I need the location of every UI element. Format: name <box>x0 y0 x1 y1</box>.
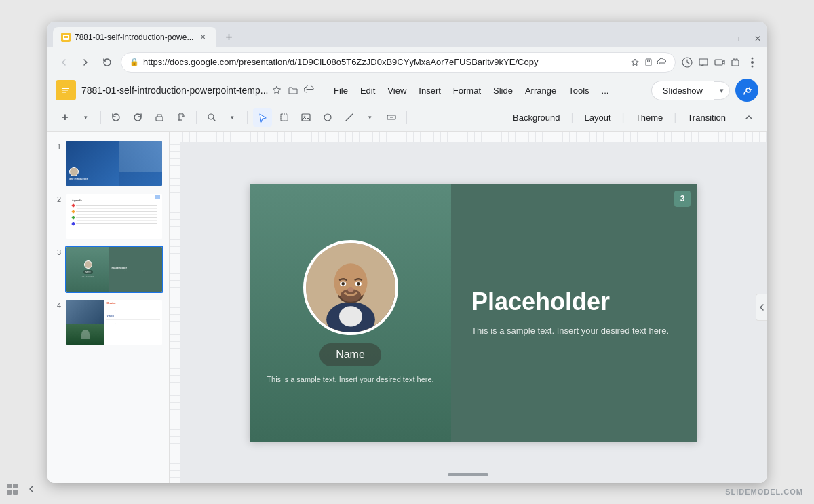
menu-file[interactable]: File <box>328 83 353 98</box>
menu-edit[interactable]: Edit <box>355 83 381 98</box>
star-app-icon[interactable] <box>271 85 282 96</box>
new-tab-button[interactable]: + <box>219 28 238 47</box>
slide-thumb-4[interactable]: Mission Sample text here. Vision Sample … <box>65 298 163 346</box>
watermark: SLIDEMODEL.COM <box>725 488 803 496</box>
toolbar: + ▾ ▾ <box>47 104 767 132</box>
slideshow-dropdown-button[interactable]: ▾ <box>714 81 730 100</box>
current-slide[interactable]: Name This is a sample text. Insert your … <box>250 184 697 442</box>
svg-rect-6 <box>715 60 722 65</box>
slide-canvas-area: Name This is a sample text. Insert your … <box>170 132 767 483</box>
collapse-toolbar-button[interactable] <box>739 108 758 127</box>
divider-1 <box>100 111 101 124</box>
history-icon[interactable] <box>681 56 693 69</box>
menu-view[interactable]: View <box>382 83 412 98</box>
chrome-menu-icon[interactable] <box>746 56 758 69</box>
zoom-button[interactable] <box>202 108 221 127</box>
comment-icon[interactable] <box>697 56 710 69</box>
slide-item-1[interactable]: 1 Self Introduction Presentation Templat… <box>47 137 169 190</box>
app-menu-bar: 7881-01-self-introduction-powerpoint-tem… <box>47 77 767 104</box>
undo-button[interactable] <box>106 108 125 127</box>
slide-item-4[interactable]: 4 Mission Sample text here. <box>47 296 169 349</box>
menu-items: File Edit View Insert Format Slide Arran… <box>328 83 614 98</box>
active-tab[interactable]: 7881-01-self-introduction-powe... ✕ <box>53 27 216 47</box>
slideshow-main-button[interactable]: Slideshow <box>651 81 714 100</box>
svg-point-39 <box>341 282 345 286</box>
svg-rect-20 <box>302 114 310 121</box>
divider-2 <box>196 111 197 124</box>
svg-rect-2 <box>64 37 68 38</box>
horizontal-scrollbar[interactable] <box>448 473 488 476</box>
slide-subtitle-text: This is a sample text. Insert your desir… <box>267 375 433 383</box>
slide-left-panel: Name This is a sample text. Insert your … <box>250 184 451 442</box>
cloud-sync-icon[interactable] <box>304 85 315 96</box>
reload-button[interactable] <box>99 54 115 71</box>
ruler-top <box>170 132 767 142</box>
link-button[interactable] <box>382 108 401 127</box>
menu-more[interactable]: ... <box>596 83 615 98</box>
line-dropdown[interactable]: ▾ <box>360 108 379 127</box>
slide-title[interactable]: Placeholder <box>471 288 677 316</box>
tab-favicon <box>61 33 71 42</box>
slide-panel: 1 Self Introduction Presentation Templat… <box>47 132 170 483</box>
back-button[interactable] <box>56 54 72 71</box>
share-button[interactable] <box>735 79 758 102</box>
cursor-button[interactable] <box>253 108 272 127</box>
address-actions <box>681 56 758 69</box>
star-icon[interactable] <box>630 58 640 67</box>
layout-button[interactable]: Layout <box>577 110 619 125</box>
menu-tools[interactable]: Tools <box>563 83 594 98</box>
svg-rect-13 <box>62 92 66 93</box>
close-button[interactable]: ✕ <box>754 34 761 43</box>
svg-rect-1 <box>64 36 68 37</box>
divider-3 <box>247 111 248 124</box>
forward-button[interactable] <box>77 54 94 71</box>
slide-subtitle: This is a sample text. Insert your desir… <box>256 374 444 385</box>
bookmark-icon[interactable] <box>644 58 653 67</box>
paint-format-button[interactable] <box>172 108 191 127</box>
cloud-icon[interactable] <box>657 58 667 67</box>
name-badge[interactable]: Name <box>319 343 381 366</box>
slide-thumb-2[interactable]: Agenda <box>65 193 163 240</box>
slide-number-2: 2 <box>53 193 61 203</box>
select-button[interactable] <box>275 108 294 127</box>
theme-button[interactable]: Theme <box>627 110 671 125</box>
video-icon[interactable] <box>714 56 726 69</box>
zoom-dropdown[interactable]: ▾ <box>222 108 241 127</box>
redo-button[interactable] <box>128 108 147 127</box>
background-button[interactable]: Background <box>505 110 568 125</box>
shapes-button[interactable] <box>318 108 337 127</box>
menu-format[interactable]: Format <box>448 83 486 98</box>
insert-button[interactable]: + <box>56 108 75 127</box>
folder-icon[interactable] <box>288 85 298 96</box>
slide-thumb-3[interactable]: Name This is a sample text Placeholder T… <box>65 246 163 293</box>
divider-4 <box>406 111 407 124</box>
lock-icon: 🔒 <box>130 58 139 66</box>
maximize-button[interactable]: □ <box>739 34 743 43</box>
title-actions <box>271 85 315 96</box>
svg-rect-17 <box>178 119 182 121</box>
extensions-icon[interactable] <box>730 56 742 69</box>
tab-close-button[interactable]: ✕ <box>197 32 208 43</box>
image-button[interactable] <box>296 108 315 127</box>
minimize-button[interactable]: — <box>720 34 728 43</box>
browser-window: 7881-01-self-introduction-powe... ✕ + — … <box>47 22 767 483</box>
url-bar[interactable]: 🔒 https://docs.google.com/presentation/d… <box>121 52 676 73</box>
slide-item-2[interactable]: 2 Agenda <box>47 190 169 243</box>
slide-item-3[interactable]: 3 Name This is a sample text Placeholder… <box>47 243 169 296</box>
right-panel-toggle[interactable] <box>756 294 767 321</box>
menu-arrange[interactable]: Arrange <box>520 83 562 98</box>
menu-slide[interactable]: Slide <box>488 83 518 98</box>
menu-insert[interactable]: Insert <box>413 83 446 98</box>
slide-right-panel: 3 Placeholder This is a sample text. Ins… <box>451 184 697 442</box>
svg-point-31 <box>339 306 362 326</box>
profile-avatar <box>303 240 398 335</box>
print-button[interactable] <box>150 108 169 127</box>
slide-number-3: 3 <box>53 246 61 256</box>
line-button[interactable] <box>340 108 359 127</box>
mini-name-label: Name <box>83 270 93 274</box>
svg-point-4 <box>648 60 650 62</box>
slide-thumb-1[interactable]: Self Introduction Presentation Template <box>65 140 163 187</box>
address-bar: 🔒 https://docs.google.com/presentation/d… <box>47 47 767 77</box>
transition-button[interactable]: Transition <box>679 110 734 125</box>
insert-dropdown[interactable]: ▾ <box>76 108 95 127</box>
